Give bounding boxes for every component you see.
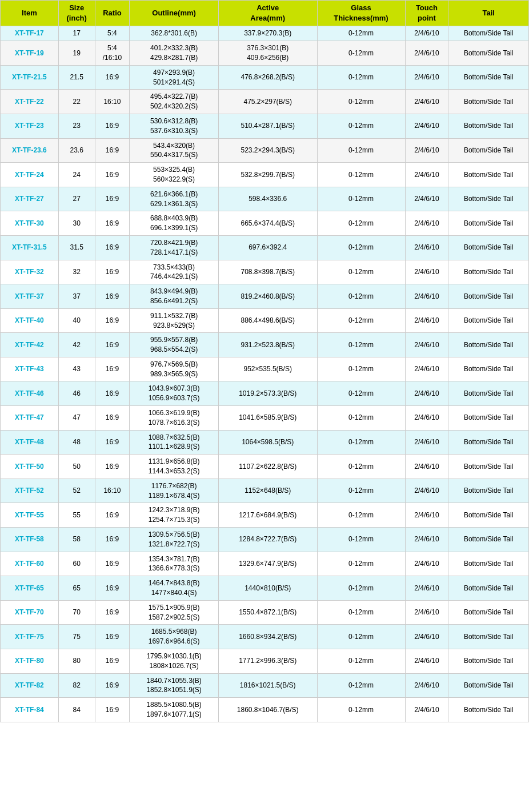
item-cell: XT-TF-40 <box>1 308 59 333</box>
data-cell: 58 <box>58 528 95 552</box>
data-cell: 80 <box>58 649 95 674</box>
table-row: XT-TF-707016:91575.1×905.9(B)1587.2×902.… <box>1 600 529 625</box>
col-ratio: Ratio <box>95 1 130 26</box>
data-cell: 2/4/6/10 <box>405 381 448 406</box>
data-cell: 23 <box>58 114 95 138</box>
data-cell: 843.9×494.9(B)856.6×491.2(S) <box>130 284 219 309</box>
data-cell: 16:9 <box>95 187 130 211</box>
data-cell: Bottom/Side Tail <box>448 552 529 576</box>
item-cell: XT-TF-50 <box>1 455 59 479</box>
data-cell: 19 <box>58 41 95 66</box>
data-cell: 21.5 <box>58 65 95 90</box>
data-cell: 1041.6×585.9(B/S) <box>218 406 317 431</box>
table-row: XT-TF-31.531.516:9720.8×421.9(B)728.1×41… <box>1 235 529 260</box>
data-cell: 376.3×301(B)409.6×256(B) <box>218 41 317 66</box>
table-row: XT-TF-757516:91685.5×968(B)1697.6×964.6(… <box>1 625 529 649</box>
data-cell: 16:9 <box>95 381 130 406</box>
item-cell: XT-TF-21.5 <box>1 65 59 90</box>
data-cell: 976.7×569.5(B)989.3×565.9(S) <box>130 357 219 381</box>
item-cell: XT-TF-23 <box>1 114 59 138</box>
item-cell: XT-TF-58 <box>1 528 59 552</box>
data-cell: 2/4/6/10 <box>405 357 448 381</box>
data-cell: 16:9 <box>95 357 130 381</box>
data-cell: 0-12mm <box>317 576 405 601</box>
data-cell: 720.8×421.9(B)728.1×417.1(S) <box>130 235 219 260</box>
data-cell: 1816×1021.5(B/S) <box>218 673 317 698</box>
data-cell: 82 <box>58 673 95 698</box>
data-cell: 0-12mm <box>317 163 405 187</box>
data-cell: 2/4/6/10 <box>405 65 448 90</box>
data-cell: 16:9 <box>95 455 130 479</box>
data-cell: 553×325.4(B)560×322.9(S) <box>130 163 219 187</box>
data-cell: Bottom/Side Tail <box>448 187 529 211</box>
data-cell: 70 <box>58 600 95 625</box>
table-row: XT-TF-17175:4362.8*301.6(B)337.9×270.3(B… <box>1 26 529 41</box>
data-cell: 1550.4×872.1(B/S) <box>218 600 317 625</box>
item-cell: XT-TF-37 <box>1 284 59 309</box>
data-cell: 46 <box>58 381 95 406</box>
data-cell: 2/4/6/10 <box>405 163 448 187</box>
data-cell: 2/4/6/10 <box>405 90 448 114</box>
data-cell: 23.6 <box>58 138 95 163</box>
data-cell: 5:4/16:10 <box>95 41 130 66</box>
item-cell: XT-TF-75 <box>1 625 59 649</box>
data-cell: 16:9 <box>95 649 130 674</box>
table-row: XT-TF-323216:9733.5×433(B)746.4×429.1(S)… <box>1 260 529 284</box>
data-cell: 43 <box>58 357 95 381</box>
data-cell: 2/4/6/10 <box>405 138 448 163</box>
data-cell: Bottom/Side Tail <box>448 235 529 260</box>
data-cell: 16:9 <box>95 600 130 625</box>
data-cell: 1840.7×1055.3(B)1852.8×1051.9(S) <box>130 673 219 698</box>
table-row: XT-TF-606016:91354.3×781.7(B)1366.6×778.… <box>1 552 529 576</box>
item-cell: XT-TF-30 <box>1 211 59 236</box>
item-cell: XT-TF-31.5 <box>1 235 59 260</box>
data-cell: Bottom/Side Tail <box>448 455 529 479</box>
data-cell: 0-12mm <box>317 138 405 163</box>
data-cell: 60 <box>58 552 95 576</box>
data-cell: 523.2×294.3(B/S) <box>218 138 317 163</box>
data-cell: 952×535.5(B/S) <box>218 357 317 381</box>
data-cell: 16:9 <box>95 308 130 333</box>
data-cell: Bottom/Side Tail <box>448 90 529 114</box>
data-cell: 32 <box>58 260 95 284</box>
data-cell: 955.9×557.8(B)968.5×554.2(S) <box>130 333 219 357</box>
data-cell: Bottom/Side Tail <box>448 308 529 333</box>
data-cell: 0-12mm <box>317 455 405 479</box>
data-cell: 2/4/6/10 <box>405 625 448 649</box>
data-cell: 0-12mm <box>317 90 405 114</box>
data-cell: 16:9 <box>95 503 130 528</box>
data-cell: 16:9 <box>95 163 130 187</box>
data-cell: Bottom/Side Tail <box>448 357 529 381</box>
data-cell: 1043.9×607.3(B)1056.9×603.7(S) <box>130 381 219 406</box>
data-cell: Bottom/Side Tail <box>448 625 529 649</box>
data-cell: 1064×598.5(B/S) <box>218 430 317 455</box>
data-cell: 30 <box>58 211 95 236</box>
data-cell: 0-12mm <box>317 260 405 284</box>
data-cell: 530.6×312.8(B)537.6×310.3(S) <box>130 114 219 138</box>
data-cell: 1440×810(B/S) <box>218 576 317 601</box>
data-cell: 1107.2×622.8(B/S) <box>218 455 317 479</box>
data-cell: 1176.7×682(B)1189.1×678.4(S) <box>130 479 219 503</box>
item-cell: XT-TF-24 <box>1 163 59 187</box>
data-cell: 1019.2×573.3(B/S) <box>218 381 317 406</box>
data-cell: 0-12mm <box>317 381 405 406</box>
data-cell: 0-12mm <box>317 649 405 674</box>
col-size: Size(inch) <box>58 1 95 26</box>
data-cell: 532.8×299.7(B/S) <box>218 163 317 187</box>
data-cell: 47 <box>58 406 95 431</box>
data-cell: 16:10 <box>95 90 130 114</box>
data-cell: Bottom/Side Tail <box>448 576 529 601</box>
data-cell: 52 <box>58 479 95 503</box>
data-cell: 1284.8×722.7(B/S) <box>218 528 317 552</box>
data-cell: Bottom/Side Tail <box>448 114 529 138</box>
data-cell: 40 <box>58 308 95 333</box>
data-cell: 55 <box>58 503 95 528</box>
data-cell: 543.4×320(B)550.4×317.5(S) <box>130 138 219 163</box>
data-cell: 0-12mm <box>317 673 405 698</box>
data-cell: 1771.2×996.3(B/S) <box>218 649 317 674</box>
data-cell: 0-12mm <box>317 406 405 431</box>
table-row: XT-TF-808016:91795.9×1030.1(B)1808×1026.… <box>1 649 529 674</box>
item-cell: XT-TF-27 <box>1 187 59 211</box>
data-cell: Bottom/Side Tail <box>448 138 529 163</box>
table-body: XT-TF-17175:4362.8*301.6(B)337.9×270.3(B… <box>1 26 529 722</box>
